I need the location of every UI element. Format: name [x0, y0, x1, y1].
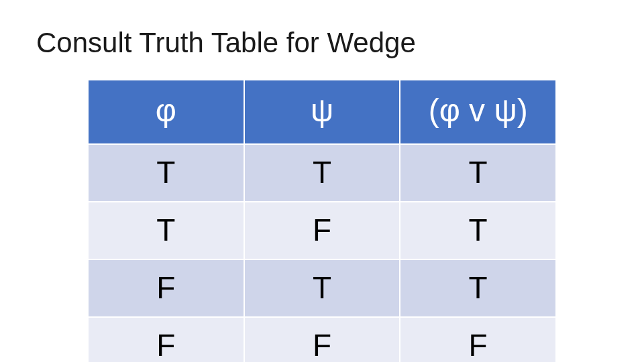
truth-table: φ ψ (φ v ψ) T T T T F T F T: [87, 79, 557, 362]
cell-phi: F: [88, 259, 244, 317]
cell-wedge: F: [400, 317, 556, 362]
page-title: Consult Truth Table for Wedge: [36, 27, 416, 59]
cell-psi: F: [244, 202, 400, 259]
table-row: T T T: [88, 144, 556, 202]
cell-wedge: T: [400, 144, 556, 202]
col-header-psi: ψ: [244, 80, 400, 144]
cell-psi: F: [244, 317, 400, 362]
col-header-phi: φ: [88, 80, 244, 144]
cell-phi: T: [88, 144, 244, 202]
truth-table-container: φ ψ (φ v ψ) T T T T F T F T: [87, 79, 557, 362]
cell-phi: F: [88, 317, 244, 362]
col-header-wedge: (φ v ψ): [400, 80, 556, 144]
cell-wedge: T: [400, 259, 556, 317]
cell-phi: T: [88, 202, 244, 259]
cell-psi: T: [244, 144, 400, 202]
table-row: T F T: [88, 202, 556, 259]
table-row: F F F: [88, 317, 556, 362]
cell-wedge: T: [400, 202, 556, 259]
slide: Consult Truth Table for Wedge φ ψ (φ v ψ…: [0, 0, 644, 362]
table-row: F T T: [88, 259, 556, 317]
cell-psi: T: [244, 259, 400, 317]
table-header-row: φ ψ (φ v ψ): [88, 80, 556, 144]
